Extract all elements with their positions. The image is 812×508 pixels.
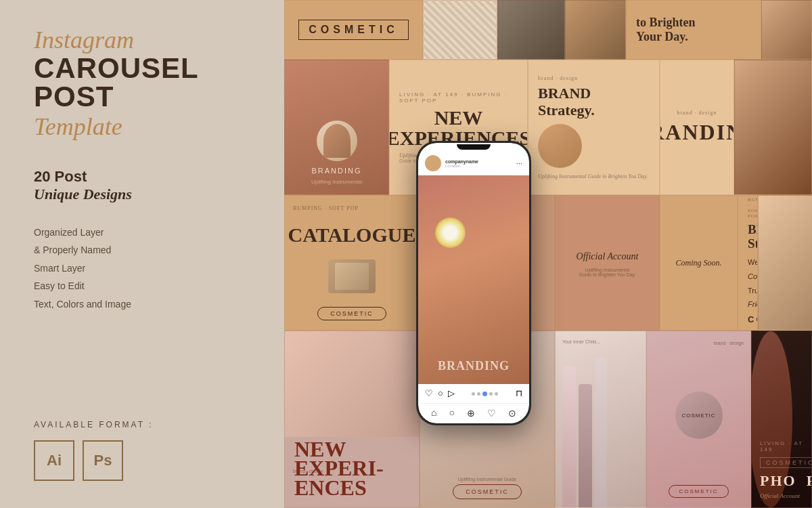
ps-icon-box: Ps	[83, 440, 123, 481]
cell-branding-portrait: BRANDING Uplifting Instrumental	[284, 60, 389, 195]
photo-meta: LIVING · AT 149	[760, 440, 803, 452]
official-text: Official Account	[577, 249, 639, 263]
dot-active	[482, 391, 487, 396]
new-exp-small: LIVING · AT 149 · BUMPING · SOFT POP	[399, 91, 518, 104]
cell-brand-strategy-r2: brand · design BRANDStrategy. Uplifting …	[528, 60, 660, 195]
cell-girl-cosmetics-tubes: Your Inner Child...	[555, 331, 646, 508]
phone-dots-indicator	[472, 391, 498, 396]
format-label: AVAILABLE FORMAT :	[34, 420, 250, 429]
preview-row-1: COSMETIC to Brighten Your Day.	[284, 0, 812, 60]
phone-bg	[418, 175, 529, 384]
brand-strat-meta: brand · design	[538, 75, 650, 81]
title-carousel: CAROUSEL POST	[34, 54, 250, 111]
cell-coming-soon: Coming Soon.	[660, 195, 738, 331]
preview-grid: COSMETIC to Brighten Your Day. BRANDING …	[284, 0, 812, 508]
phone-flower	[435, 217, 466, 248]
preview-row-4: brand · design NEWEXPERI-ENCES Uplifting…	[284, 331, 812, 508]
phone-action-icons: ♡ ○ ▷	[425, 388, 455, 399]
cell-compact-photo	[758, 195, 812, 331]
phone-notch	[457, 144, 491, 150]
dot-1	[472, 392, 475, 396]
photography-text-block: LIVING · AT 149 COSMETIC PHO RAPHY Offic…	[760, 440, 803, 499]
ai-icon-box: Ai	[34, 440, 74, 481]
cell-new-exp-r4: brand · design NEWEXPERI-ENCES	[284, 331, 420, 508]
phone-search-icon[interactable]: ○	[449, 408, 454, 419]
cell-catalogue: BUMPING · SOFT POP CATALOGUE COSMETIC	[284, 195, 420, 331]
catalogue-meta: BUMPING · SOFT POP	[293, 205, 359, 211]
catalogue-cosmetic-badge: COSMETIC	[317, 307, 386, 320]
photo-cosmetic-badge: COSMETIC	[760, 457, 812, 468]
cell-cosmetic-header: COSMETIC	[284, 0, 423, 60]
girl-center-meta: Uplifting Instrumental Guide	[458, 477, 516, 482]
catalogue-img-inner	[335, 263, 369, 290]
phone-more-icon[interactable]: ···	[516, 159, 522, 167]
portrait-circle	[317, 121, 357, 161]
phone-add-icon[interactable]: ⊕	[467, 408, 475, 419]
phone-likes-icon[interactable]: ♡	[487, 408, 496, 419]
feature-named: & Properly Named	[34, 241, 250, 259]
cell-to-brighten: to Brighten Your Day.	[626, 0, 761, 60]
to-brighten-text: to Brighten	[636, 16, 696, 30]
preview-row-3: BUMPING · SOFT POP CATALOGUE COSMETIC Of…	[284, 195, 812, 331]
phone-share-icon[interactable]: ▷	[448, 388, 455, 399]
cosmetic-r4-circle-text: COSMETIC	[681, 412, 715, 419]
phone-user-info: companyname Location	[445, 159, 516, 168]
format-section: AVAILABLE FORMAT : Ai Ps	[34, 420, 250, 481]
tube-2	[579, 384, 592, 507]
circle-bottle-accent	[538, 124, 582, 168]
post-count: 20 Post	[34, 168, 250, 186]
new-exp-line1: NEW	[434, 108, 483, 128]
phone-profile-icon[interactable]: ⊙	[508, 408, 516, 419]
cell-photo-warm	[565, 0, 626, 60]
phone-heart-icon[interactable]: ♡	[425, 388, 433, 399]
cosmetic-header-text: COSMETIC	[298, 20, 408, 40]
official-sub: Uplifting InstrumentalGuide to Brighten …	[579, 268, 636, 277]
phone-home-icon[interactable]: ⌂	[431, 408, 436, 419]
cell-brand-concept: BUMPING · SOFT POP BRANDStrategy. Welcom…	[738, 195, 758, 331]
phone-location: Location	[445, 164, 516, 168]
dot-2	[477, 392, 480, 396]
right-content: COSMETIC to Brighten Your Day. BRANDING …	[284, 0, 812, 508]
phone-username: companyname	[445, 159, 516, 164]
cosmetic-r4-circle: COSMETIC	[675, 391, 723, 439]
feature-text-colors: Text, Colors and Image	[34, 295, 250, 314]
dot-5	[495, 392, 498, 396]
cell-photo-bottles	[497, 0, 565, 60]
tube-1	[562, 366, 576, 507]
brand-strat-sub: Uplifting Instrumental Guide to Brighten…	[538, 173, 650, 179]
feature-smart: Smart Layer	[34, 259, 250, 278]
branding-small-meta: Uplifting Instrumental	[311, 179, 362, 185]
new-exp-r4-bg	[285, 331, 419, 437]
branding-big-text: BRANDING	[660, 120, 734, 145]
preview-row-2: BRANDING Uplifting Instrumental LIVING ·…	[284, 60, 812, 195]
unique-designs-label: Unique Designs	[34, 186, 250, 203]
phone-avatar	[425, 155, 441, 171]
tube-3	[595, 358, 607, 507]
feature-organized: Organized Layer	[34, 224, 250, 242]
cell-photography: LIVING · AT 149 COSMETIC PHO RAPHY Offic…	[751, 331, 812, 508]
phone-actions: ♡ ○ ▷ ⊓	[418, 384, 529, 403]
phone-bookmark-icon[interactable]: ⊓	[516, 388, 522, 399]
cell-photo-cream	[423, 0, 497, 60]
portrait-face	[323, 124, 351, 158]
phone-header: companyname Location ···	[418, 150, 529, 175]
format-icons: Ai Ps	[34, 440, 250, 481]
ai-label: Ai	[47, 452, 62, 469]
phone-branding-text: BRANDING	[438, 359, 510, 373]
title-template: Template	[34, 112, 250, 141]
photography-title: PHO RAPHY	[760, 472, 803, 490]
ps-label: Ps	[94, 452, 112, 469]
cell-woman-photo	[734, 60, 812, 195]
branding-right-meta: brand · design	[677, 110, 717, 116]
photo-official: Official Account	[760, 492, 803, 499]
phone-screen: companyname Location ··· BRANDING	[418, 143, 529, 423]
phone-nav: ⌂ ○ ⊕ ♡ ⊙	[418, 403, 529, 423]
phone-comment-icon[interactable]: ○	[438, 388, 443, 399]
cell-photo-face-r1	[761, 0, 812, 60]
catalogue-title: CATALOGUE	[288, 225, 416, 245]
brand-strat-heading: BRANDStrategy.	[538, 85, 650, 118]
cell-official-account: Official Account Uplifting InstrumentalG…	[555, 195, 660, 331]
new-exp-r4-title: NEWEXPERI-ENCES	[294, 440, 409, 498]
girl-cosmetic-oval: COSMETIC	[453, 484, 522, 499]
feature-edit: Easy to Edit	[34, 277, 250, 295]
